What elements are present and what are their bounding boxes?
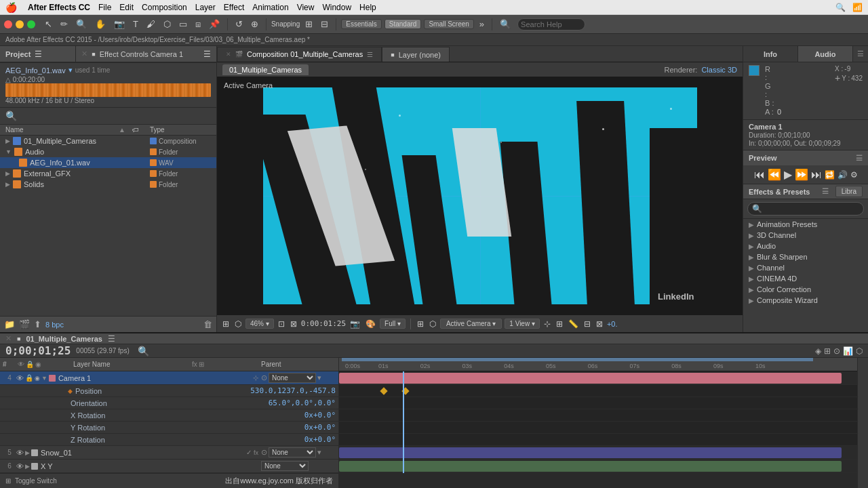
toggle-switch-icon[interactable]: ⊞ (5, 477, 11, 485)
essentials-button[interactable]: Essentials (341, 19, 382, 29)
layer-row-6[interactable]: 6 👁 ▶ X Y None (0, 460, 338, 473)
camera-icon[interactable]: 📷 (349, 319, 361, 329)
sub-layer-yrotation[interactable]: Y Rotation 0x+0.0° (0, 422, 338, 434)
skip-to-start-button[interactable]: ⏮ (754, 169, 765, 181)
standard-button[interactable]: Standard (384, 19, 422, 29)
right-panel-menu[interactable]: ☰ (853, 46, 868, 62)
menu-view[interactable]: View (297, 3, 315, 12)
list-item[interactable]: AEG_Info_01.wav WAV (0, 157, 216, 168)
layer-vis-icon-1[interactable]: 👁 (16, 374, 24, 382)
parent-select-3[interactable]: None (261, 461, 309, 471)
delete-icon[interactable]: 🗑 (203, 319, 212, 329)
rotate-tool[interactable]: ↺ (233, 18, 245, 30)
timeline-search-icon[interactable]: 🔍 (138, 346, 149, 357)
comp-tab-1[interactable]: ✕ 🎬 Composition 01_Multiple_Cameras ☰ (217, 47, 382, 62)
menu-help[interactable]: Help (359, 3, 376, 12)
play-button[interactable]: ▶ (784, 168, 792, 181)
timeline-menu-icon[interactable]: ☰ (108, 334, 115, 344)
sub-layer-orientation[interactable]: Orientation 65.0°,0.0°,0.0° (0, 397, 338, 409)
layer-vis-icon-2[interactable]: 👁 (16, 449, 24, 457)
views-dropdown[interactable]: 1 View ▾ (505, 319, 540, 329)
expand-icon-4[interactable]: ▶ (5, 170, 10, 177)
loop-button[interactable]: 🔁 (825, 170, 835, 180)
step-forward-button[interactable]: ⏩ (795, 168, 808, 181)
sub-track-xrot[interactable] (339, 409, 868, 422)
puppet-tool[interactable]: ⧆ (193, 18, 203, 31)
effect-controls-menu-icon[interactable]: ☰ (203, 49, 211, 59)
minimize-button[interactable] (16, 20, 24, 28)
apple-menu[interactable]: 🍎 (5, 2, 17, 13)
small-screen-button[interactable]: Small Screen (424, 19, 473, 29)
audio-dropdown-arrow[interactable]: ▾ (68, 66, 73, 75)
parent-select-2[interactable]: None (269, 447, 316, 458)
snapping-toggle[interactable]: ⊞ (302, 18, 315, 30)
menu-layer[interactable]: Layer (195, 3, 216, 12)
fit-to-comp-icon[interactable]: ⊡ (277, 319, 286, 329)
parent-select-1[interactable]: None (269, 373, 316, 383)
snapping-btn[interactable]: ⊠ (595, 319, 604, 329)
effect-cat-color[interactable]: ▶ Color Correction (743, 284, 868, 295)
sub-track-yrot[interactable] (339, 422, 868, 434)
comp-tab-2[interactable]: ■ Layer (none) (382, 47, 450, 62)
list-item[interactable]: ▶ Solids Folder (0, 179, 216, 190)
effect-cat-animation[interactable]: ▶ Animation Presets (743, 219, 868, 230)
active-camera-dropdown[interactable]: Active Camera ▾ (440, 319, 502, 329)
effects-menu-icon[interactable]: ☰ (822, 187, 829, 196)
comp-tab-menu-1[interactable]: ☰ (367, 51, 373, 58)
menu-composition[interactable]: Composition (142, 3, 187, 12)
pen-tool[interactable]: ✏ (58, 18, 71, 30)
layer-expand-icon-3[interactable]: ▶ (25, 463, 30, 470)
skip-to-end-button[interactable]: ⏭ (811, 169, 822, 181)
track-row-snow01[interactable] (339, 446, 868, 460)
comp-settings-icon[interactable]: ⊞ (221, 319, 231, 329)
timeline-close-icon[interactable]: ✕ (5, 334, 12, 343)
audio-tab[interactable]: Audio (798, 46, 853, 62)
pan-tool[interactable]: ⊕ (248, 18, 261, 30)
pin-tool[interactable]: 📌 (206, 18, 222, 30)
sub-layer-zrotation[interactable]: Z Rotation 0x+0.0° (0, 434, 338, 446)
sub-track-zrot[interactable] (339, 434, 868, 446)
search-help-input[interactable] (517, 18, 585, 30)
pixel-aspect-icon[interactable]: ⊠ (289, 319, 298, 329)
search-menu-icon[interactable]: 🔍 (835, 3, 846, 12)
menu-effect[interactable]: Effect (224, 3, 244, 12)
renderer-value[interactable]: Classic 3D (701, 66, 737, 74)
effect-cat-cinema[interactable]: ▶ CINEMA 4D (743, 273, 868, 284)
timeline-3d-icon[interactable]: ⊙ (833, 346, 840, 356)
list-item[interactable]: ▶ External_GFX Folder (0, 168, 216, 179)
new-item-icon[interactable]: ⬆ (34, 319, 41, 329)
effect-cat-audio[interactable]: ▶ Audio (743, 241, 868, 251)
layer-row-snow01[interactable]: 5 👁 ▶ Snow_01 ✓ fx ⊙ None ▾ (0, 446, 338, 460)
layer-fx-switch-2[interactable]: ✓ (246, 449, 252, 456)
effect-cat-3d[interactable]: ▶ 3D Channel (743, 230, 868, 241)
step-back-button[interactable]: ⏪ (768, 168, 781, 181)
effect-controls-close[interactable]: ✕ (81, 49, 87, 58)
info-tab[interactable]: Info (743, 46, 798, 62)
hand-tool[interactable]: ✋ (92, 18, 108, 30)
sub-track-position[interactable] (339, 385, 868, 397)
timeline-solo-icon[interactable]: ◈ (815, 346, 821, 356)
layer-fx-text-2[interactable]: fx (254, 449, 258, 456)
search-help-icon[interactable]: 🔍 (497, 18, 513, 30)
guides-icon[interactable]: ⊟ (583, 319, 592, 329)
timeline-tracks[interactable]: 0:00s 01s 02s 03s 04s 05s 06s 07s 08s 09… (339, 358, 868, 488)
comp-timecode[interactable]: 0:00:01:25 (301, 319, 346, 328)
selection-tool[interactable]: ↖ (42, 18, 55, 30)
menu-edit[interactable]: Edit (119, 3, 134, 12)
quality-dropdown[interactable]: Full ▾ (380, 319, 406, 329)
safe-zones-icon[interactable]: ⊞ (555, 319, 564, 329)
effect-cat-composite[interactable]: ▶ Composite Wizard (743, 295, 868, 306)
list-item[interactable]: ▼ Audio Folder (0, 146, 216, 157)
preview-settings-button[interactable]: ⚙ (850, 170, 858, 180)
3d-view-icon[interactable]: ⊹ (542, 319, 552, 329)
alpha-icon[interactable]: ⬡ (428, 319, 437, 329)
close-button[interactable] (4, 20, 12, 28)
menu-window[interactable]: Window (322, 3, 351, 12)
track-row-6[interactable] (339, 460, 868, 473)
keyframe-pos-1[interactable] (380, 387, 388, 394)
effect-cat-blur[interactable]: ▶ Blur & Sharpen (743, 251, 868, 262)
color-icon[interactable]: 🎨 (364, 319, 377, 329)
stamp-tool[interactable]: ⬡ (161, 18, 174, 30)
preview-menu-icon[interactable]: ☰ (856, 154, 863, 163)
new-folder-icon[interactable]: 📁 (4, 319, 15, 329)
